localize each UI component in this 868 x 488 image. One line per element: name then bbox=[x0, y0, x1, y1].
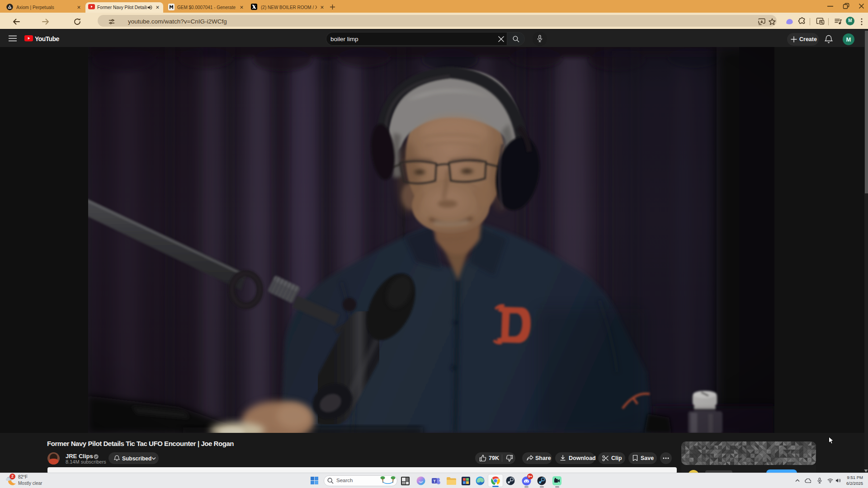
svg-text:T: T bbox=[433, 479, 436, 483]
